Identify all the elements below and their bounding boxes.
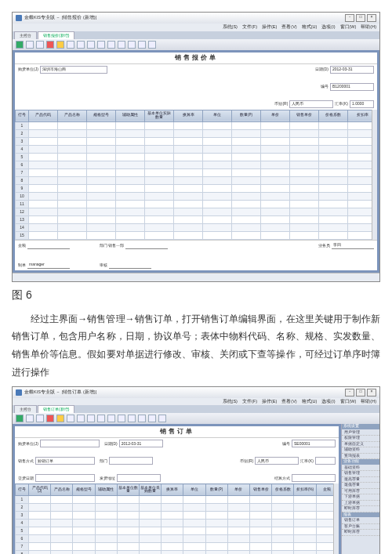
grid-cell[interactable] bbox=[205, 543, 227, 551]
grid-cell[interactable] bbox=[261, 168, 290, 176]
grid-cell[interactable] bbox=[294, 535, 316, 543]
grid-cell[interactable] bbox=[87, 121, 116, 129]
grid-cell[interactable]: 5 bbox=[16, 527, 29, 535]
grid-cell[interactable]: 9 bbox=[16, 184, 29, 192]
grid-cell[interactable] bbox=[117, 551, 139, 554]
col-header[interactable]: 规格型号 bbox=[87, 110, 116, 121]
detail-grid[interactable]: 行号产品代码产品名称规格型号辅助属性基本单位实际数量换算率单位数量(P)单价销售… bbox=[15, 110, 377, 240]
grid-cell[interactable] bbox=[116, 145, 145, 153]
grid-cell[interactable] bbox=[73, 535, 95, 543]
col-header[interactable]: 数量(P) bbox=[232, 110, 261, 121]
grid-cell[interactable] bbox=[227, 527, 249, 535]
grid-cell[interactable] bbox=[232, 200, 261, 208]
panel-item[interactable]: 最低存量 bbox=[342, 483, 379, 489]
grid-cell[interactable] bbox=[58, 208, 87, 215]
grid-cell[interactable] bbox=[319, 192, 348, 200]
grid-cell[interactable] bbox=[87, 153, 116, 161]
grid-cell[interactable] bbox=[145, 184, 174, 192]
grid-cell[interactable] bbox=[319, 161, 348, 168]
grid-cell[interactable]: 12 bbox=[16, 208, 29, 215]
grid-cell[interactable] bbox=[261, 200, 290, 208]
tool-icon[interactable] bbox=[128, 41, 136, 49]
grid-cell[interactable] bbox=[95, 504, 117, 512]
grid-cell[interactable] bbox=[261, 153, 290, 161]
grid-cell[interactable] bbox=[51, 512, 73, 520]
col-header[interactable]: 基本单位采购数量 bbox=[140, 484, 162, 496]
grid-cell[interactable] bbox=[290, 208, 319, 215]
grid-cell[interactable] bbox=[29, 551, 51, 554]
grid-cell[interactable] bbox=[174, 223, 203, 231]
grid-cell[interactable] bbox=[117, 543, 139, 551]
grid-cell[interactable] bbox=[250, 504, 272, 512]
grid-cell[interactable] bbox=[261, 215, 290, 223]
panel-item[interactable]: 辅助资料 bbox=[342, 447, 379, 454]
grid-cell[interactable] bbox=[87, 223, 116, 231]
grid-cell[interactable] bbox=[87, 145, 116, 153]
tool-icon[interactable] bbox=[16, 41, 24, 49]
grid-cell[interactable] bbox=[116, 161, 145, 168]
grid-cell[interactable] bbox=[261, 208, 290, 215]
grid-cell[interactable] bbox=[183, 543, 205, 551]
date-input[interactable]: 2012-03-31 bbox=[119, 440, 163, 447]
grid-cell[interactable] bbox=[29, 520, 51, 527]
grid-cell[interactable] bbox=[319, 153, 348, 161]
grid-cell[interactable] bbox=[290, 129, 319, 137]
detail-grid[interactable]: 行号产品代码(J)产品名称规格型号辅助属性基本单位数量基本单位采购数量换算率单位… bbox=[15, 483, 339, 554]
grid-cell[interactable] bbox=[250, 527, 272, 535]
panel-item[interactable]: 即时库存 bbox=[342, 506, 379, 512]
grid-cell[interactable] bbox=[29, 161, 58, 168]
col-header[interactable]: 规格型号 bbox=[73, 484, 95, 496]
grid-cell[interactable] bbox=[116, 129, 145, 137]
grid-cell[interactable] bbox=[145, 121, 174, 129]
grid-cell[interactable] bbox=[250, 512, 272, 520]
addr-input[interactable] bbox=[117, 474, 161, 482]
grid-cell[interactable] bbox=[227, 520, 249, 527]
minimize-icon[interactable]: - bbox=[345, 14, 354, 22]
grid-cell[interactable] bbox=[58, 192, 87, 200]
grid-cell[interactable] bbox=[272, 527, 294, 535]
grid-cell[interactable] bbox=[29, 231, 58, 239]
tab-main[interactable]: 主控台 bbox=[14, 31, 37, 39]
grid-cell[interactable] bbox=[51, 520, 73, 527]
grid-cell[interactable] bbox=[319, 208, 348, 215]
grid-cell[interactable] bbox=[162, 496, 183, 504]
grid-cell[interactable] bbox=[294, 512, 316, 520]
menu-item[interactable]: 操作(E) bbox=[262, 25, 277, 30]
menu-item[interactable]: 文件(F) bbox=[242, 25, 257, 30]
grid-cell[interactable] bbox=[73, 551, 95, 554]
grid-cell[interactable] bbox=[319, 121, 348, 129]
grid-cell[interactable] bbox=[140, 520, 162, 527]
grid-cell[interactable]: 14 bbox=[16, 223, 29, 231]
grid-cell[interactable] bbox=[294, 527, 316, 535]
grid-cell[interactable] bbox=[294, 543, 316, 551]
pay-input[interactable] bbox=[292, 474, 336, 482]
col-header[interactable]: 单位 bbox=[203, 110, 232, 121]
grid-cell[interactable] bbox=[140, 551, 162, 554]
grid-cell[interactable] bbox=[290, 145, 319, 153]
col-header[interactable]: 换算率 bbox=[174, 110, 203, 121]
panel-item[interactable]: 下游单据 bbox=[342, 494, 379, 501]
grid-cell[interactable] bbox=[227, 543, 249, 551]
grid-cell[interactable]: 10 bbox=[16, 192, 29, 200]
grid-cell[interactable] bbox=[232, 121, 261, 129]
grid-cell[interactable] bbox=[174, 176, 203, 184]
grid-cell[interactable] bbox=[145, 208, 174, 215]
grid-cell[interactable] bbox=[145, 223, 174, 231]
grid-cell[interactable] bbox=[51, 496, 73, 504]
grid-cell[interactable] bbox=[95, 512, 117, 520]
dept-box[interactable] bbox=[125, 242, 168, 249]
grid-cell[interactable] bbox=[58, 161, 87, 168]
grid-cell[interactable] bbox=[116, 121, 145, 129]
grid-cell[interactable] bbox=[58, 215, 87, 223]
grid-cell[interactable] bbox=[145, 215, 174, 223]
grid-cell[interactable] bbox=[174, 121, 203, 129]
col-header[interactable]: 单位 bbox=[183, 484, 205, 496]
grid-cell[interactable] bbox=[29, 200, 58, 208]
grid-cell[interactable] bbox=[162, 551, 183, 554]
grid-cell[interactable] bbox=[232, 168, 261, 176]
grid-cell[interactable] bbox=[319, 176, 348, 184]
grid-cell[interactable] bbox=[232, 153, 261, 161]
col-header[interactable]: 换算率 bbox=[162, 484, 183, 496]
menu-item[interactable]: 帮助(H) bbox=[361, 400, 376, 404]
grid-cell[interactable] bbox=[294, 496, 316, 504]
